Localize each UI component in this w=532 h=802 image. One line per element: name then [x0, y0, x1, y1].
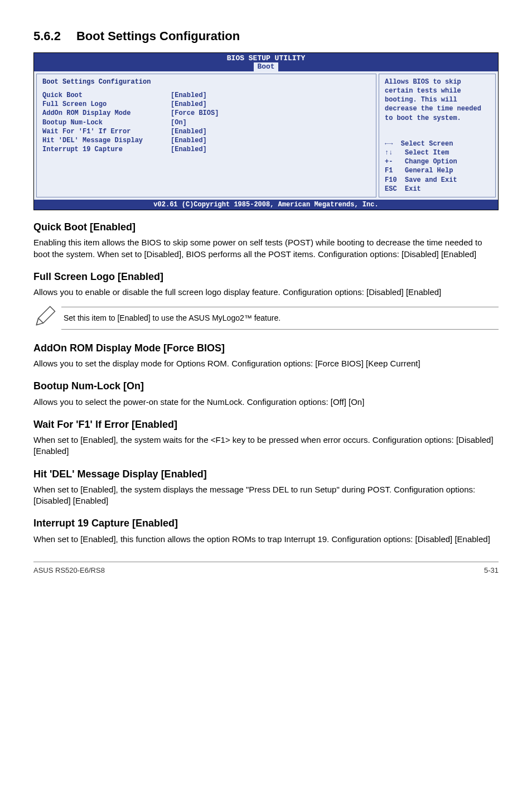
bios-value: [On] — [171, 118, 187, 127]
page-footer: ASUS RS520-E6/RS8 5-31 — [33, 562, 499, 576]
bios-key: Hit 'DEL' Message Display — [42, 136, 171, 145]
bios-nav-hints: ←→ Select Screen ↑↓ Select Item +- Chang… — [385, 139, 490, 194]
paragraph: Allows you to set the display mode for O… — [33, 358, 499, 369]
bios-row: Hit 'DEL' Message Display[Enabled] — [42, 136, 370, 145]
bios-right-panel: Allows BIOS to skip certain tests while … — [379, 74, 496, 197]
bios-value: [Enabled] — [171, 145, 207, 154]
bios-value: [Enabled] — [171, 91, 207, 100]
bios-row: Interrupt 19 Capture[Enabled] — [42, 145, 370, 154]
bios-value: [Enabled] — [171, 136, 207, 145]
heading-hit-del: Hit 'DEL' Message Display [Enabled] — [33, 467, 499, 481]
bios-row: AddOn ROM Display Mode[Force BIOS] — [42, 109, 370, 118]
bios-value: [Enabled] — [171, 127, 207, 136]
bios-row: Wait For 'F1' If Error[Enabled] — [42, 127, 370, 136]
bios-left-panel: Boot Settings Configuration Quick Boot[E… — [36, 74, 376, 197]
paragraph: Allows you to select the power-on state … — [33, 397, 499, 408]
bios-key: Wait For 'F1' If Error — [42, 127, 171, 136]
bios-row: Bootup Num-Lock[On] — [42, 118, 370, 127]
footer-left: ASUS RS520-E6/RS8 — [33, 566, 105, 576]
heading-quick-boot: Quick Boot [Enabled] — [33, 220, 499, 234]
bios-key: Bootup Num-Lock — [42, 118, 171, 127]
paragraph: Enabling this item allows the BIOS to sk… — [33, 237, 499, 260]
paragraph: When set to [Enabled], the system displa… — [33, 484, 499, 507]
bios-nav-line: F1 General Help — [385, 166, 490, 175]
section-number: 5.6.2 — [33, 28, 61, 45]
bios-header-title: BIOS SETUP UTILITY — [34, 54, 498, 63]
bios-footer: v02.61 (C)Copyright 1985-2008, American … — [34, 200, 498, 210]
pencil-icon — [33, 305, 61, 331]
bios-nav-line: F10 Save and Exit — [385, 176, 490, 185]
footer-right: 5-31 — [484, 566, 499, 576]
bios-value: [Enabled] — [171, 100, 207, 109]
bios-key: AddOn ROM Display Mode — [42, 109, 171, 118]
bios-key: Full Screen Logo — [42, 100, 171, 109]
heading-full-screen-logo: Full Screen Logo [Enabled] — [33, 270, 499, 283]
heading-numlock: Bootup Num-Lock [On] — [33, 379, 499, 393]
bios-key: Interrupt 19 Capture — [42, 145, 171, 154]
heading-wait-f1: Wait For 'F1' If Error [Enabled] — [33, 418, 499, 431]
section-heading: 5.6.2Boot Settings Configuration — [33, 28, 499, 45]
note-block: Set this item to [Enabled] to use the AS… — [33, 305, 499, 331]
bios-screenshot: BIOS SETUP UTILITY Boot Boot Settings Co… — [33, 52, 499, 210]
note-text: Set this item to [Enabled] to use the AS… — [61, 307, 499, 330]
heading-int19: Interrupt 19 Capture [Enabled] — [33, 516, 499, 530]
bios-panel-title: Boot Settings Configuration — [42, 78, 370, 86]
bios-nav-line: ←→ Select Screen — [385, 139, 490, 148]
bios-row: Full Screen Logo[Enabled] — [42, 100, 370, 109]
paragraph: When set to [Enabled], the system waits … — [33, 434, 499, 457]
bios-nav-line: +- Change Option — [385, 157, 490, 166]
paragraph: When set to [Enabled], this function all… — [33, 534, 499, 545]
bios-nav-line: ESC Exit — [385, 185, 490, 194]
bios-header: BIOS SETUP UTILITY Boot — [34, 53, 498, 71]
paragraph: Allows you to enable or disable the full… — [33, 287, 499, 298]
bios-row: Quick Boot[Enabled] — [42, 91, 370, 100]
bios-tab-boot: Boot — [254, 62, 278, 71]
bios-help-text: Allows BIOS to skip certain tests while … — [385, 78, 490, 123]
bios-nav-line: ↑↓ Select Item — [385, 148, 490, 157]
section-title: Boot Settings Configuration — [76, 29, 240, 43]
bios-key: Quick Boot — [42, 91, 171, 100]
bios-value: [Force BIOS] — [171, 109, 219, 118]
heading-addon-rom: AddOn ROM Display Mode [Force BIOS] — [33, 341, 499, 355]
